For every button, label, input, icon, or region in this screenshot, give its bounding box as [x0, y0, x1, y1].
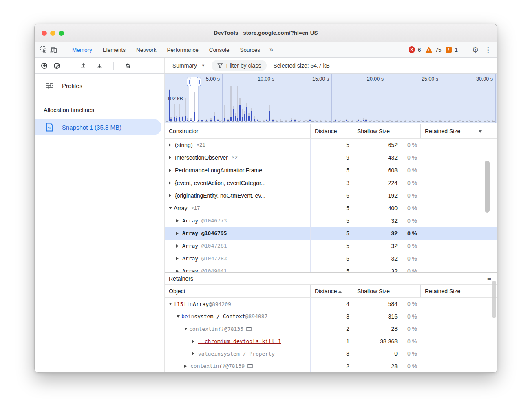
axis-tick-label: 25.00 s — [410, 76, 438, 82]
funnel-icon — [217, 63, 223, 68]
column-header-shallow-size[interactable]: Shallow Size — [353, 124, 420, 138]
retainer-row[interactable]: __chromium_devtools_kill_1138 3680 %48 5… — [165, 335, 497, 348]
save-profile-icon[interactable] — [95, 61, 104, 70]
main-toolbar: MemoryElementsNetworkPerformanceConsoleS… — [35, 42, 497, 58]
constructor-row[interactable]: Array @10472815320 %320 % — [165, 240, 497, 252]
device-toolbar-icon[interactable] — [49, 45, 58, 55]
retainer-row[interactable]: [15] in Array @89420945840 %3 4960 % — [165, 298, 497, 310]
constructor-row[interactable]: {event, eventAction, eventCategor...3224… — [165, 176, 497, 189]
allocation-bar-live — [239, 105, 241, 122]
expand-arrow-icon[interactable] — [169, 156, 173, 159]
close-button[interactable] — [42, 31, 47, 36]
collapse-arrow-icon[interactable] — [169, 207, 172, 211]
column-header-object[interactable]: Object — [165, 285, 310, 297]
error-badge-icon[interactable]: ✕ — [409, 46, 415, 53]
allocation-bar-live — [263, 121, 264, 121]
error-count[interactable]: 6 — [418, 47, 421, 53]
constructor-row[interactable]: Array @10490415320 %320 % — [165, 265, 497, 272]
selection-handle-right[interactable] — [197, 77, 201, 86]
column-header-retained-size[interactable]: Retained Size — [420, 285, 485, 297]
allocation-bar-live — [294, 120, 296, 121]
column-header-shallow-size[interactable]: Shallow Size — [353, 285, 420, 297]
minimize-button[interactable] — [50, 31, 55, 36]
hamburger-menu-icon[interactable]: ≡ — [487, 275, 491, 282]
expand-arrow-icon[interactable] — [176, 244, 180, 248]
profiles-header[interactable]: Profiles — [35, 79, 164, 92]
inspect-icon[interactable] — [39, 45, 49, 55]
record-icon[interactable] — [41, 63, 47, 69]
allocation-bar-live — [176, 118, 177, 121]
clear-icon[interactable] — [54, 63, 60, 69]
timeline-baseline — [165, 121, 497, 122]
retainer-row[interactable]: context in () @781392280 %1520 % — [165, 360, 497, 373]
constructor-row[interactable]: (string)×2156520 %6520 % — [165, 139, 497, 151]
tab-network[interactable]: Network — [131, 42, 162, 57]
column-header-distance[interactable]: Distance — [310, 124, 353, 138]
allocation-bar-live — [309, 120, 311, 121]
constructor-row[interactable]: Array @10467735320 %320 % — [165, 214, 497, 227]
allocation-bar-live — [227, 120, 229, 121]
constructor-row[interactable]: {originatingEntity, noGtmEvent, ev...619… — [165, 189, 497, 202]
perspective-select[interactable]: Summary ▼ — [172, 62, 205, 69]
expand-arrow-icon[interactable] — [169, 143, 173, 147]
issue-badge-icon[interactable]: ! — [446, 47, 452, 53]
memory-toolbar: Summary ▼ Filter by class Selected size:… — [35, 58, 497, 74]
allocation-bar-live — [257, 120, 258, 121]
load-profile-icon[interactable] — [78, 61, 88, 70]
retainer-row[interactable]: context in () @781352280 %1520 % — [165, 323, 497, 335]
tab-memory[interactable]: Memory — [67, 42, 97, 57]
expand-arrow-icon[interactable] — [192, 340, 196, 343]
issue-count[interactable]: 1 — [455, 47, 458, 53]
allocation-bar-live — [174, 117, 175, 121]
allocation-bar-live — [248, 116, 250, 121]
constructor-row[interactable]: Array×1754000 %4000 % — [165, 202, 497, 214]
collapse-arrow-icon[interactable] — [184, 328, 188, 332]
zoom-button[interactable] — [59, 31, 64, 36]
constructor-row[interactable]: Array @10472835320 %320 % — [165, 252, 497, 265]
kebab-menu-icon[interactable]: ⋮ — [483, 46, 493, 54]
allocation-bar-live — [269, 111, 270, 121]
allocation-bar-live — [210, 120, 212, 122]
profiles-sidebar: Profiles Allocation timelines % Snapshot… — [35, 74, 165, 372]
warning-badge-icon[interactable]: ! — [425, 47, 432, 53]
constructor-row[interactable]: PerformanceLongAnimationFrame...56080 %6… — [165, 164, 497, 176]
constructor-row[interactable]: IntersectionObserver×294320 %6160 % — [165, 151, 497, 164]
selection-handle-left[interactable] — [187, 77, 191, 86]
time-gridline — [277, 74, 277, 123]
tab-sources[interactable]: Sources — [234, 42, 265, 57]
tab-console[interactable]: Console — [204, 42, 235, 57]
collapse-arrow-icon[interactable] — [177, 315, 180, 319]
scrollbar-thumb[interactable] — [485, 161, 490, 213]
allocation-timeline-overview[interactable]: 5.00 s10.00 s15.00 s20.00 s25.00 s30.00 … — [165, 74, 497, 123]
warning-count[interactable]: 75 — [435, 47, 441, 53]
retainer-row[interactable]: value in system / Property300 %00 % — [165, 347, 497, 360]
column-header-retained-size[interactable]: Retained Size — [420, 124, 485, 138]
more-tabs-icon[interactable]: » — [265, 46, 277, 53]
column-header-distance[interactable]: Distance — [310, 285, 353, 297]
tab-elements[interactable]: Elements — [97, 42, 131, 57]
expand-arrow-icon[interactable] — [192, 352, 196, 355]
class-filter-input[interactable]: Filter by class — [212, 60, 267, 71]
collapse-arrow-icon[interactable] — [169, 303, 172, 307]
allocation-bar-live — [305, 121, 307, 121]
column-header-constructor[interactable]: Constructor — [165, 124, 310, 138]
gear-icon[interactable]: ⚙ — [470, 45, 480, 55]
retainer-row[interactable]: be in system / Context @89408733160 %17 … — [165, 310, 497, 323]
expand-arrow-icon[interactable] — [169, 194, 173, 197]
allocation-bar-live — [389, 121, 391, 121]
expand-arrow-icon[interactable] — [176, 257, 180, 260]
expand-arrow-icon[interactable] — [176, 219, 180, 222]
snapshot-item[interactable]: % Snapshot 1 (35.8 MB) — [35, 119, 161, 135]
allocation-bar-live — [190, 120, 192, 122]
allocation-bar-live — [365, 120, 367, 121]
expand-arrow-icon[interactable] — [169, 181, 173, 185]
clear-profiles-icon[interactable] — [123, 61, 132, 70]
expand-arrow-icon[interactable] — [176, 232, 180, 235]
allocation-bar-total — [237, 86, 238, 121]
scrollbar-thumb[interactable] — [492, 281, 496, 318]
expand-arrow-icon[interactable] — [184, 365, 188, 368]
allocation-bar-live — [405, 121, 406, 121]
tab-performance[interactable]: Performance — [162, 42, 204, 57]
expand-arrow-icon[interactable] — [169, 169, 173, 172]
constructor-row[interactable]: Array @10467955320 %320 % — [165, 227, 497, 240]
